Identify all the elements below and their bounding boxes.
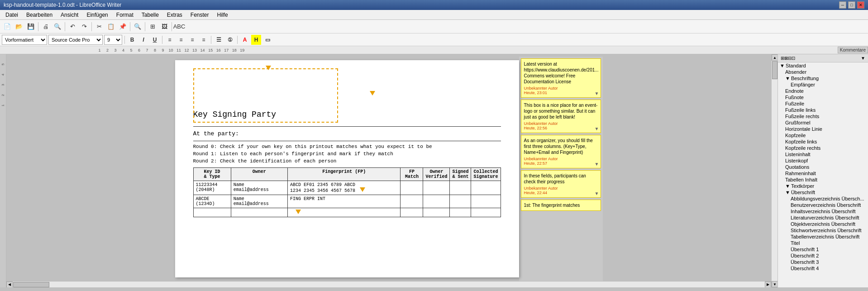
style-listenkopf[interactable]: Listenkopf <box>778 157 868 164</box>
style-inhaltsverzeichnis[interactable]: Inhaltsverzeichnis Überschrift <box>778 208 868 215</box>
style-fussnote[interactable]: Fußnote <box>778 94 868 100</box>
comment-box-0: Latest version at https://www.claudiusco… <box>521 58 601 98</box>
style-literaturverzeichnis[interactable]: Literaturverzeichnis Überschrift <box>778 215 868 221</box>
styles-panel-header: ⊞⊠⊟⊡ ▼ <box>778 54 868 62</box>
h-scroll-left[interactable]: ◀ <box>6 281 13 288</box>
ruler-ticks: 1 2 3 4 5 6 7 8 9 10 11 12 13 14 15 16 1… <box>97 48 244 52</box>
comment-author-3: Unbekannter Autor <box>524 186 598 191</box>
style-kopfzeile[interactable]: Kopfzeile <box>778 132 868 138</box>
menu-datei[interactable]: Datei <box>2 11 22 19</box>
menu-extras[interactable]: Extras <box>163 11 186 19</box>
paste-button[interactable]: 📌 <box>117 21 128 32</box>
style-tabellenverzeichnis[interactable]: Tabellenverzeichnis Überschrift <box>778 234 868 240</box>
menu-hilfe[interactable]: Hilfe <box>214 11 232 19</box>
v-scrollbar-track <box>772 61 777 281</box>
undo-button[interactable]: ↶ <box>67 21 78 32</box>
menu-format[interactable]: Format <box>113 11 137 19</box>
close-button[interactable]: ✕ <box>857 1 864 9</box>
style-beschriftung[interactable]: ▼ Beschriftung <box>778 75 868 81</box>
style-empfaenger[interactable]: Empfänger <box>778 81 868 88</box>
style-grussformel[interactable]: Grußformel <box>778 119 868 126</box>
save-button[interactable]: 💾 <box>25 21 36 32</box>
find-button[interactable]: 🔍 <box>132 21 143 32</box>
italic-button[interactable]: I <box>138 35 148 45</box>
font-color-button[interactable]: A <box>240 35 250 45</box>
menu-ansicht[interactable]: Ansicht <box>57 11 82 19</box>
h-scroll-right[interactable]: ▶ <box>765 281 771 288</box>
style-benutzerverzeichnis[interactable]: Benutzerverzeichnis Überschrift <box>778 202 868 208</box>
menu-tabelle[interactable]: Tabelle <box>138 11 162 19</box>
style-ueberschrift-4[interactable]: Überschrift 4 <box>778 265 868 272</box>
print-preview-button[interactable]: 🔍 <box>52 21 63 32</box>
menu-bearbeiten[interactable]: Bearbeiten <box>23 11 56 19</box>
table-cell-ownver-2 <box>423 208 450 217</box>
page-margin-indicator: 1 2 3 4 5 <box>1 60 5 106</box>
v-scrollbar-thumb[interactable] <box>772 61 777 79</box>
style-ueberschrift-3[interactable]: Überschrift 3 <box>778 259 868 265</box>
print-button[interactable]: 🖨 <box>40 21 51 32</box>
style-select[interactable]: Vorformatiert <box>2 35 47 45</box>
style-ueberschrift-2[interactable]: Überschrift 2 <box>778 253 868 259</box>
style-abbildungsverzeichnis[interactable]: Abbildungsverzeichnis Übersch... <box>778 196 868 202</box>
style-ueberschrift-1[interactable]: Überschrift 1 <box>778 246 868 253</box>
font-select[interactable]: Source Code Pro <box>48 35 103 45</box>
list-button[interactable]: ☰ <box>214 35 224 45</box>
styles-icons: ⊞⊠⊟⊡ <box>781 56 795 61</box>
new-button[interactable]: 📄 <box>2 21 13 32</box>
style-textkoerper[interactable]: ▼ Textkörper <box>778 183 868 189</box>
table-button[interactable]: ⊞ <box>147 21 158 32</box>
redo-button[interactable]: ↷ <box>79 21 90 32</box>
comment-expand-0[interactable]: ▼ <box>595 91 599 96</box>
v-scroll-up[interactable]: ▲ <box>772 54 778 61</box>
style-fusszeile-links[interactable]: Fußzeile links <box>778 107 868 113</box>
style-endnote[interactable]: Endnote <box>778 88 868 94</box>
comment-box-3: In these fields, participants can check … <box>521 170 601 198</box>
bold-button[interactable]: B <box>127 35 137 45</box>
spellcheck-button[interactable]: ABC <box>174 21 185 32</box>
align-left-button[interactable]: ≡ <box>165 35 175 45</box>
menu-einfuegen[interactable]: Einfügen <box>83 11 111 19</box>
size-select[interactable]: 9 <box>104 35 122 45</box>
style-standard[interactable]: ▼ Standard <box>778 62 868 69</box>
style-horizontale-linie[interactable]: Horizontale Linie <box>778 126 868 132</box>
styles-panel-options[interactable]: ▼ <box>861 56 865 61</box>
align-justify-button[interactable]: ≡ <box>199 35 209 45</box>
comment-time-1: Heute, 22:56 <box>524 126 598 130</box>
table-header-keyid: Key ID& Type <box>193 168 231 181</box>
border-button[interactable]: ▭ <box>262 35 272 45</box>
style-fusszeile[interactable]: Fußzeile <box>778 100 868 107</box>
style-listeninhalt[interactable]: Listeninhalt <box>778 151 868 157</box>
style-titel[interactable]: Titel <box>778 240 868 246</box>
h-scrollbar-thumb[interactable] <box>13 282 49 287</box>
numbered-list-button[interactable]: ① <box>225 35 235 45</box>
underline-button[interactable]: U <box>150 35 160 45</box>
v-scroll-down[interactable]: ▼ <box>772 281 778 287</box>
align-right-button[interactable]: ≡ <box>187 35 197 45</box>
doc-line-0: Round 0: Check if your own key on this p… <box>193 144 501 149</box>
highlight-button[interactable]: H <box>251 35 261 45</box>
style-absender[interactable]: Absender <box>778 69 868 75</box>
copy-button[interactable]: 📋 <box>105 21 116 32</box>
maximize-button[interactable]: □ <box>848 1 855 9</box>
style-kopfzeile-rechts[interactable]: Kopfzeile rechts <box>778 145 868 151</box>
style-objektverzeichnis[interactable]: Objektverzeichnis Überschrift <box>778 221 868 227</box>
align-center-button[interactable]: ≡ <box>176 35 186 45</box>
style-ueberschrift[interactable]: ▼ Überschrift <box>778 189 868 196</box>
style-kopfzeile-links[interactable]: Kopfzeile links <box>778 138 868 145</box>
table-cell-signed-0 <box>450 181 471 195</box>
open-button[interactable]: 📂 <box>14 21 24 32</box>
image-button[interactable]: 🖼 <box>159 21 170 32</box>
key-signing-table: Key ID& Type Owner Fingerprint (FP) FPMa… <box>193 167 501 217</box>
style-fusszeile-rechts[interactable]: Fußzeile rechts <box>778 113 868 119</box>
minimize-button[interactable]: ─ <box>839 1 846 9</box>
comment-expand-1[interactable]: ▼ <box>595 126 599 131</box>
format-sep-4 <box>237 36 238 44</box>
cut-button[interactable]: ✂ <box>94 21 105 32</box>
comment-expand-3[interactable]: ▼ <box>595 191 599 196</box>
style-quotations[interactable]: Quotations <box>778 164 868 170</box>
menu-fenster[interactable]: Fenster <box>187 11 213 19</box>
style-stichwortverzeichnis[interactable]: Stichwortverzeichnis Überschrift <box>778 227 868 234</box>
style-tabellen-inhalt[interactable]: Tabellen Inhalt <box>778 177 868 183</box>
style-rahmeninhalt[interactable]: Rahmeninhalt <box>778 170 868 177</box>
comment-expand-2[interactable]: ▼ <box>595 162 599 167</box>
